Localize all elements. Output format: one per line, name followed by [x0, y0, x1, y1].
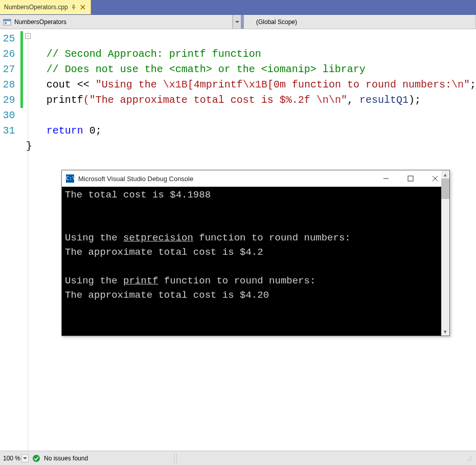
pin-icon[interactable] [71, 5, 76, 10]
svg-rect-1 [4, 19, 11, 21]
scope-global[interactable]: (Global Scope) [244, 15, 476, 29]
line-number: 25 [0, 31, 15, 47]
console-title: Microsoft Visual Studio Debug Console [78, 175, 372, 183]
line-number: 30 [0, 108, 15, 123]
console-titlebar[interactable]: C:\ Microsoft Visual Studio Debug Consol… [62, 170, 449, 187]
line-number: 26 [0, 47, 15, 62]
status-splitter-icon[interactable] [174, 453, 177, 463]
close-icon[interactable] [79, 4, 86, 11]
code-brace: } [26, 140, 32, 152]
scope-global-label: (Global Scope) [256, 18, 297, 26]
scroll-up-icon[interactable]: ▴ [441, 170, 449, 179]
console-line [65, 259, 446, 274]
code-comment: // Does not use the <cmath> or the <ioma… [26, 62, 366, 77]
svg-rect-3 [408, 176, 413, 181]
zoom-dropdown-icon[interactable] [21, 454, 29, 462]
line-number: 27 [0, 62, 15, 77]
console-icon: C:\ [66, 174, 74, 183]
scroll-down-icon[interactable]: ▾ [441, 327, 449, 336]
fold-gutter: − [23, 29, 26, 451]
line-number: 31 [0, 123, 15, 139]
minimize-button[interactable] [376, 172, 396, 185]
console-scrollbar[interactable]: ▴ ▾ [441, 170, 449, 336]
check-icon [33, 455, 40, 462]
scope-project-label: NumbersOperators [14, 18, 66, 26]
zoom-label: 100 % [3, 455, 20, 462]
line-number: 29 [0, 93, 15, 108]
fold-toggle-icon[interactable]: − [25, 33, 31, 39]
console-output[interactable]: The total cost is $4.1988 Using the setp… [62, 187, 449, 336]
scope-project-dropdown[interactable] [233, 15, 241, 29]
zoom-level[interactable]: 100 % [3, 454, 29, 462]
console-line: Using the printf function to round numbe… [65, 274, 446, 288]
console-line: Using the setprecision function to round… [65, 231, 446, 245]
project-icon [3, 18, 11, 26]
maximize-button[interactable] [400, 172, 421, 185]
debug-console-window[interactable]: C:\ Microsoft Visual Studio Debug Consol… [61, 170, 450, 336]
console-line: The total cost is $4.1988 [65, 188, 446, 202]
console-line [65, 202, 446, 216]
status-bar: 100 % No issues found [0, 451, 476, 465]
tab-numbersoperators[interactable]: NumbersOperators.cpp [0, 0, 91, 14]
code-editor[interactable]: 25 26 27 28 29 30 31 − // Second Approac… [0, 29, 476, 451]
scope-project[interactable]: NumbersOperators [0, 15, 233, 29]
tab-filename: NumbersOperators.cpp [4, 4, 68, 11]
svg-rect-2 [5, 22, 7, 24]
scroll-thumb[interactable] [441, 179, 449, 199]
line-number: 28 [0, 77, 15, 93]
resize-grip-icon [466, 455, 473, 462]
tab-bar: NumbersOperators.cpp [0, 0, 476, 15]
code-comment: // Second Approach: printf function [26, 47, 261, 62]
scope-bar: NumbersOperators (Global Scope) [0, 15, 476, 29]
issues-label: No issues found [44, 455, 88, 462]
console-line: The approximate total cost is $4.20 [65, 288, 446, 302]
console-line: The approximate total cost is $4.2 [65, 245, 446, 259]
line-number-gutter: 25 26 27 28 29 30 31 [0, 29, 20, 451]
console-line [65, 216, 446, 231]
